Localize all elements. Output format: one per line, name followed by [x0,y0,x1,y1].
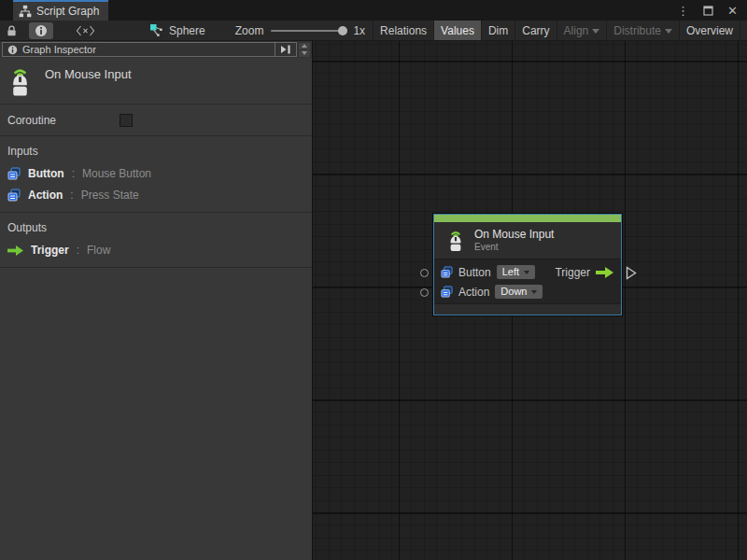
scroll-down-button[interactable] [299,50,310,57]
input-port-button[interactable] [420,269,429,277]
mouse-input-icon [7,64,33,98]
node-row-button: Button Left Trigger [434,262,621,282]
maximize-icon[interactable] [703,6,713,16]
graph-inspector-panel: Graph Inspector [0,41,313,560]
unit-title: On Mouse Input [45,64,132,104]
row-label: Button [458,266,491,279]
lock-button[interactable] [0,21,23,40]
overview-button[interactable]: Overview [679,21,740,40]
carry-label: Carry [522,24,549,37]
tab-script-graph[interactable]: Script Graph [13,0,108,21]
node-subtitle: Event [474,242,554,253]
relations-label: Relations [380,24,427,37]
separator: : [77,244,79,257]
triangle-up-icon [302,44,307,48]
port-row-action: Action : Press State [7,188,312,203]
info-icon [35,24,48,37]
node-row-action: Action Down [434,282,621,301]
chevron-down-icon [665,29,672,34]
dropdown-value: Down [500,286,527,297]
zoom-control: Zoom 1x [215,21,373,40]
scroll-up-button[interactable] [299,43,310,49]
zoom-label: Zoom [235,24,264,37]
carry-button[interactable]: Carry [514,21,556,40]
value-port-icon[interactable] [441,266,453,278]
graph-target[interactable]: Sphere [112,21,215,40]
port-type: Press State [81,189,139,202]
graph-canvas[interactable]: On Mouse Input Event Button [313,41,747,560]
mouse-input-icon [446,228,465,253]
separator: : [70,189,73,202]
port-name: Button [28,167,64,180]
relations-button[interactable]: Relations [373,21,433,40]
graph-icon [19,5,32,18]
value-port-icon[interactable] [441,286,453,298]
dim-button[interactable]: Dim [481,21,514,40]
zoom-value: 1x [353,24,365,37]
distribute-button[interactable]: Distribute [606,21,679,40]
tab-bar: Script Graph ⋮ ✕ [0,0,747,21]
values-button[interactable]: Values [433,21,481,40]
node-body: Button Left Trigger [434,259,621,303]
chevron-down-icon [524,271,529,274]
coroutine-checkbox[interactable] [120,114,133,127]
code-icon [76,25,95,36]
coroutine-label: Coroutine [7,114,120,127]
port-name: Action [28,189,63,202]
coroutine-row: Coroutine [0,105,312,136]
port-type: Mouse Button [82,167,151,180]
on-mouse-input-node[interactable]: On Mouse Input Event Button [433,214,622,315]
node-title: On Mouse Input [474,228,554,242]
outputs-section: Outputs Trigger : Flow [0,213,312,268]
code-preview-button[interactable] [59,21,112,40]
graph-pointer-icon [149,23,163,37]
flow-arrow-icon [7,245,23,256]
inspector-title: Graph Inspector [22,44,96,55]
row-label: Action [458,286,489,299]
inspector-scrub [297,42,312,57]
port-type: Flow [87,244,110,257]
action-dropdown[interactable]: Down [495,285,543,299]
tab-label: Script Graph [36,5,99,18]
dock-inspector-button[interactable] [275,43,296,56]
trigger-output[interactable]: Trigger [555,266,613,279]
output-port-trigger[interactable] [626,266,637,280]
align-button[interactable]: Align [557,21,607,40]
event-accent-bar [434,215,621,222]
port-row-button: Button : Mouse Button [7,166,312,181]
info-icon [7,45,18,55]
window-menu-icon[interactable]: ⋮ [677,5,689,17]
overview-label: Overview [686,24,733,37]
unit-title-block: On Mouse Input [0,58,312,105]
port-row-trigger: Trigger : Flow [7,243,312,258]
inputs-heading: Inputs [7,145,312,158]
input-port-action[interactable] [420,288,429,297]
target-label: Sphere [169,24,205,37]
trigger-label: Trigger [555,266,590,279]
close-icon[interactable]: ✕ [727,5,738,17]
align-label: Align [564,24,589,37]
script-graph-window: Script Graph ⋮ ✕ [0,0,747,560]
full-screen-button[interactable]: Full Screen [740,21,747,40]
port-name: Trigger [31,244,69,257]
button-dropdown[interactable]: Left [497,265,535,279]
dropdown-value: Left [502,266,519,277]
graph-toolbar: Sphere Zoom 1x Relations Values Dim Carr… [0,21,747,41]
inspector-header-box: Graph Inspector [2,42,297,57]
inspector-toggle-button[interactable] [23,21,59,40]
zoom-slider-handle[interactable] [338,26,347,35]
zoom-slider[interactable] [271,30,345,32]
node-footer [434,303,621,315]
node-header[interactable]: On Mouse Input Event [434,222,621,259]
dim-label: Dim [488,24,508,37]
inspector-header: Graph Inspector [0,41,312,58]
flow-arrow-icon [596,267,613,278]
triangle-down-icon [302,51,307,55]
inputs-section: Inputs Button : Mouse Button [0,136,312,213]
lock-icon [6,24,18,37]
dock-right-icon [280,45,291,54]
inspector-empty-area [0,268,312,560]
outputs-heading: Outputs [7,221,312,234]
values-label: Values [441,24,474,37]
chevron-down-icon [531,290,537,294]
